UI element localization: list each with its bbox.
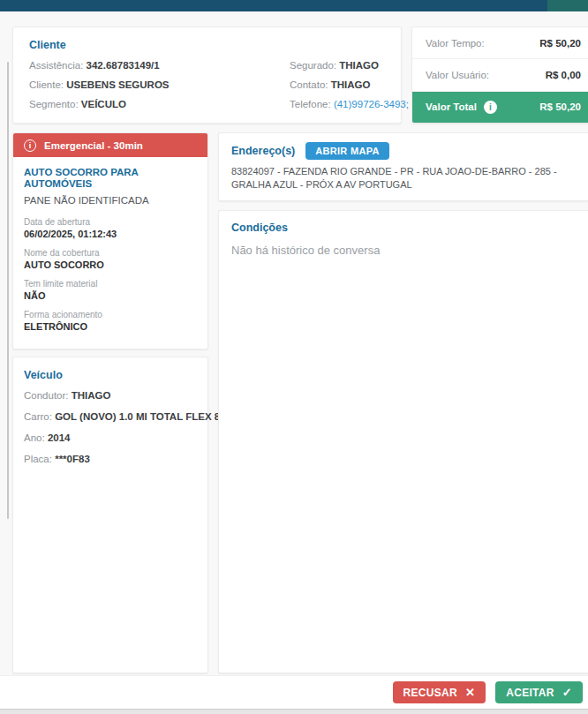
field-data-abertura: Data de abertura 06/02/2025, 01:12:43	[24, 217, 197, 239]
x-icon: ✕	[465, 686, 475, 699]
address-text: 83824097 - FAZENDA RIO GRANDE - PR - RUA…	[231, 165, 576, 192]
total-info-icon[interactable]: i	[484, 101, 497, 114]
reject-button-label: RECUSAR	[403, 687, 457, 699]
service-card: i Emergencial - 30min AUTO SOCORRO PARA …	[12, 132, 208, 349]
field-condutor: Condutor: THIAGO	[24, 389, 197, 402]
emergency-header: i Emergencial - 30min	[13, 133, 207, 157]
vehicle-card: Veículo Condutor: THIAGO Carro: GOL (NOV…	[12, 357, 208, 673]
action-footer: RECUSAR ✕ ACEITAR ✓	[0, 675, 588, 709]
reject-button[interactable]: RECUSAR ✕	[393, 681, 486, 703]
field-placa: Placa: ***0F83	[24, 453, 197, 465]
right-column: Endereço(s) ABRIR MAPA 83824097 - FAZEND…	[218, 132, 588, 673]
accept-button-label: ACEITAR	[506, 687, 554, 699]
topbar-accent	[547, 0, 588, 11]
address-card-title: Endereço(s)	[231, 145, 295, 157]
field-contato: Contato: THIAGO	[290, 79, 409, 91]
field-carro: Carro: GOL (NOVO) 1.0 MI TOTAL FLEX 8V 4…	[24, 410, 197, 423]
conditions-card: Condições Não há histórico de conversa	[218, 210, 588, 673]
field-forma-acionamento: Forma acionamento ELETRÔNICO	[24, 310, 197, 332]
values-panel: Valor Tempo: R$ 50,20 Valor Usuário: R$ …	[411, 26, 588, 124]
emergency-header-label: Emergencial - 30min	[44, 140, 143, 151]
vertical-scrollbar-thumb[interactable]	[7, 62, 9, 519]
service-subtitle: PANE NÃO IDENTIFICADA	[24, 195, 197, 206]
address-card: Endereço(s) ABRIR MAPA 83824097 - FAZEND…	[218, 132, 588, 201]
vehicle-card-title: Veículo	[24, 369, 197, 381]
service-title: AUTO SOCORRO PARA AUTOMÓVEIS	[24, 167, 197, 190]
value-row-tempo: Valor Tempo: R$ 50,20	[412, 27, 588, 59]
bottom-strip	[0, 709, 588, 714]
field-nome-cobertura: Nome da cobertura AUTO SOCORRO	[24, 248, 197, 270]
accept-button[interactable]: ACEITAR ✓	[495, 681, 583, 703]
value-row-usuario: Valor Usuário: R$ 0,00	[412, 59, 588, 91]
check-icon: ✓	[562, 686, 572, 699]
field-ano: Ano: 2014	[24, 432, 197, 444]
conditions-empty-message: Não há histórico de conversa	[231, 244, 576, 257]
field-segurado: Segurado: THIAGO	[290, 59, 409, 71]
client-card: Cliente Assistência: 342.68783149/1 Clie…	[12, 26, 402, 124]
value-row-total: Valor Total i R$ 50,20	[412, 92, 588, 123]
field-telefone: Telefone: (41)99726-3493;	[290, 98, 409, 110]
left-column: i Emergencial - 30min AUTO SOCORRO PARA …	[12, 132, 208, 673]
top-bar	[0, 0, 588, 11]
field-limite-material: Tem limite material NÃO	[24, 279, 197, 301]
open-map-button[interactable]: ABRIR MAPA	[305, 142, 388, 160]
phone-link[interactable]: (41)99726-3493;	[334, 99, 409, 109]
conditions-card-title: Condições	[231, 222, 576, 234]
client-card-title: Cliente	[29, 39, 385, 51]
emergency-info-icon: i	[24, 139, 36, 152]
